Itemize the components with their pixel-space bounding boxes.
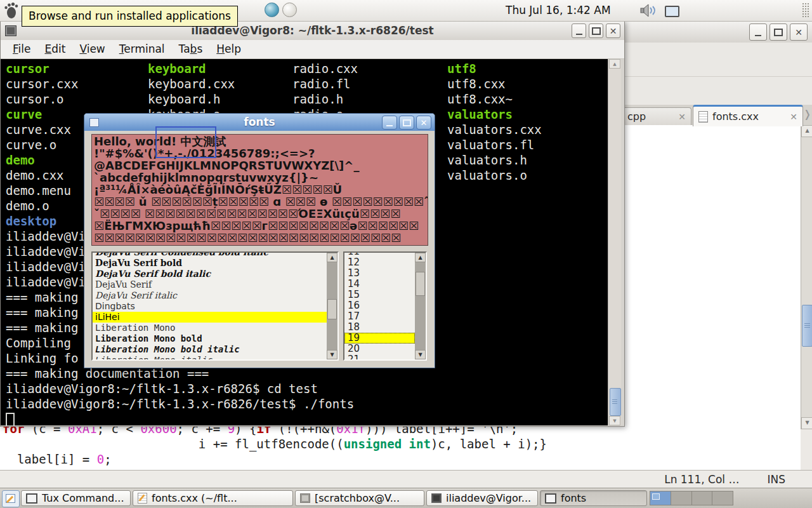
dialog-maximize-button[interactable] [399,116,414,130]
taskbar-button-iliaddev-vigor[interactable]: iliaddev@Vigor... [426,490,538,506]
gnome-menu-icon[interactable] [3,2,18,22]
terminal-menu-help[interactable]: Help [209,40,248,58]
size-list-item[interactable]: 16 [344,300,415,311]
scroll-up-icon[interactable]: ▲ [327,253,337,262]
editor-minimize-button[interactable] [749,23,767,41]
dialog-close-button[interactable]: ✕ [416,116,431,130]
font-list-scrollbar[interactable]: ▲ ▼ [327,253,337,359]
term-icon [300,493,310,503]
editor-close-button[interactable]: ✕ [790,23,808,41]
taskbar-button-fonts-cxx-flt[interactable]: fonts.cxx (~/flt... [133,490,293,506]
taskbar-button-label: Tux Command... [42,492,124,504]
display-icon[interactable] [665,6,679,17]
size-list-item[interactable]: 20 [344,344,415,354]
font-list-item[interactable]: Dingbats [93,301,327,312]
workspace-1[interactable] [650,491,671,505]
font-list-item[interactable]: DejaVu Serif Condensed bold italic [93,251,327,258]
workspace-2[interactable] [671,491,692,505]
font-list-item[interactable]: DejaVu Serif bold italic [93,269,327,279]
editor-scrollbar[interactable]: ▲ ▼ [801,125,812,429]
font-list-item[interactable]: Liberation Mono bold italic [93,344,327,355]
font-sample-line: @ABCDEFGHIJKLMNOPQRSTUVWXYZ[\]^_ [94,159,426,171]
terminal-menu-file[interactable]: File [6,40,37,58]
size-list-item[interactable]: 13 [344,268,415,279]
fonts-dialog: fonts ✕ Hello, world! 中文測試!"#$%&'()*+,-.… [84,113,435,368]
terminal-text-line: Compiling [6,336,78,350]
tab-close-icon[interactable]: ✕ [790,112,797,122]
terminal-close-button[interactable]: ✕ [606,23,620,38]
document-icon [698,111,708,123]
size-list-scrollbar[interactable]: ▲ ▼ [415,253,426,359]
font-list-item[interactable]: DejaVu Serif bold [93,258,327,269]
tab-fonts-cxx[interactable]: fonts.cxx ✕ [693,105,803,126]
font-list-item[interactable]: Liberation Mono italic [93,355,327,361]
terminal-scrollbar-thumb[interactable] [610,388,621,416]
font-sample-line: `abcdefghijklmnopqrstuvwxyz{|}~ [94,171,426,184]
terminal-text-line: iliaddev@Vi [6,275,86,289]
terminal-menu-edit[interactable]: Edit [37,40,72,58]
edit-icon [138,493,147,504]
browser-launcher-icon[interactable] [265,3,279,17]
workspace-3[interactable] [692,491,713,505]
tab-close-icon[interactable]: ✕ [678,112,686,122]
scroll-down-icon[interactable]: ▼ [801,417,812,429]
terminal-menu-view[interactable]: View [72,40,112,58]
font-sample-line: !"#$%&'()*+,-./0123456789:;<=>? [94,147,426,159]
scroll-down-icon[interactable]: ▼ [609,416,620,425]
taskbar-button-tux-command[interactable]: Tux Command... [21,490,131,506]
clock[interactable]: Thu Jul 16, 1:42 AM [506,0,611,20]
terminal-maximize-button[interactable] [589,23,603,38]
taskbar-button-label: fonts [561,492,586,504]
terminal-text-line: iliaddev@Vi [6,260,86,274]
scroll-up-icon[interactable]: ▲ [609,59,620,69]
terminal-minimize-button[interactable] [572,23,586,38]
volume-icon[interactable] [639,3,658,20]
font-list[interactable]: DejaVu Serif Condensed bold italicDejaVu… [91,251,339,361]
size-list-scrollbar-thumb[interactable] [416,272,425,296]
taskbar-button-scratchbox-v[interactable]: [scratchbox@V... [295,490,424,506]
editor-maximize-button[interactable] [769,23,787,41]
font-list-item[interactable]: DejaVu Serif italic [93,290,327,301]
size-list-item[interactable]: 15 [344,290,415,300]
size-list-item[interactable]: 17 [344,311,415,322]
close-icon: ✕ [795,28,802,37]
terminal-text-line: radio.fl [292,77,351,91]
font-list-scrollbar-thumb[interactable] [327,299,337,319]
scroll-up-icon[interactable]: ▲ [415,253,426,262]
font-list-item[interactable]: iLiHei [93,312,327,323]
dialog-minimize-button[interactable] [382,116,397,130]
fonts-dialog-titlebar[interactable]: fonts ✕ [84,114,435,131]
terminal-menubar: FileEditViewTerminalTabsHelp [1,40,624,59]
size-list-item[interactable]: 18 [344,322,415,333]
size-list-item[interactable]: 19 [344,333,415,344]
terminal-text-line: cursor [6,62,49,76]
show-desktop-button[interactable] [2,490,20,507]
tab-scroll-right-icon[interactable]: ❭ [803,108,811,120]
terminal-text-line: cursor.cxx [6,77,78,91]
size-list[interactable]: 1112131415161718192021 ▲ ▼ [343,251,427,361]
workspace-4[interactable] [712,491,733,505]
terminal-text-line: valuators.o [447,168,527,182]
size-list-item[interactable]: 14 [344,279,415,290]
font-list-item[interactable]: DejaVu Serif [93,279,327,290]
terminal-text-line: utf8 [447,62,476,76]
size-list-item[interactable]: 21 [344,354,415,361]
terminal-scrollbar[interactable]: ▲ ▼ [608,59,621,425]
launcher-icon[interactable] [282,3,297,17]
size-list-item[interactable]: 12 [344,257,415,268]
editor-statusbar: Ln 111, Col … INS [0,470,812,488]
editor-scrollbar-thumb[interactable] [802,305,812,347]
terminal-menu-tabs[interactable]: Tabs [172,40,210,58]
scroll-down-icon[interactable]: ▼ [327,350,337,359]
terminal-text-line: radio.h [292,92,343,106]
font-list-item[interactable]: Liberation Mono [93,323,327,333]
scroll-down-icon[interactable]: ▼ [415,350,426,359]
taskbar-button-fonts[interactable]: fonts [540,490,647,506]
window-icon [545,493,556,504]
panel-drag-handle[interactable] [802,3,809,18]
terminal-menu-terminal[interactable]: Terminal [112,40,172,58]
font-list-item[interactable]: Liberation Mono bold [93,333,327,344]
code-line: label[i] = 0; [3,452,547,467]
terminal-text-line: iliaddev@Vigor8:~/fltk-1.3.x-r6826$ cd t… [6,382,318,396]
scroll-up-icon[interactable]: ▲ [801,125,812,137]
